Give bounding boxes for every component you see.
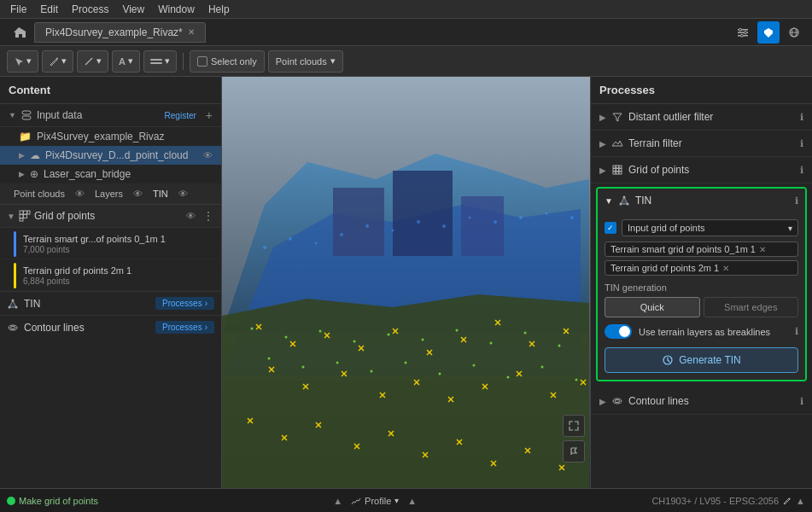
layer-name-label: Terrain grid of points 2m 1: [23, 265, 131, 276]
terrain-breaklines-toggle[interactable]: [605, 324, 632, 339]
remove-tag-icon[interactable]: ✕: [759, 245, 766, 254]
app-icon[interactable]: [757, 21, 780, 44]
svg-rect-110: [333, 188, 384, 256]
gop-eye-icon[interactable]: 👁: [186, 211, 196, 221]
svg-rect-18: [20, 215, 23, 218]
generate-icon: [662, 354, 674, 366]
close-icon[interactable]: ✕: [188, 27, 195, 37]
folder-icon: 📁: [19, 131, 32, 143]
add-input-button[interactable]: +: [206, 108, 213, 122]
svg-point-100: [268, 358, 271, 360]
3d-scene: [222, 77, 590, 488]
info-icon[interactable]: ℹ: [800, 396, 803, 407]
smart-edges-button[interactable]: Smart edges: [704, 297, 799, 317]
gop-more-icon[interactable]: ⋮: [202, 209, 214, 223]
svg-point-97: [490, 342, 493, 345]
tin-checkbox[interactable]: ✓: [605, 222, 616, 234]
elevation-icon[interactable]: ▲: [333, 496, 342, 506]
menu-file[interactable]: File: [3, 2, 33, 17]
draw-tool-btn[interactable]: ▾: [42, 50, 73, 73]
profile-button[interactable]: Profile ▾: [344, 494, 406, 508]
sidebar-item-pix4survey[interactable]: 📁 Pix4Survey_example_Rivaz: [0, 127, 221, 146]
svg-point-141: [789, 497, 791, 499]
viewport[interactable]: [222, 77, 590, 488]
menu-edit[interactable]: Edit: [33, 2, 65, 17]
tin-info-icon[interactable]: ℹ: [795, 195, 798, 207]
toolbar-separator: [183, 53, 184, 70]
info-icon[interactable]: ℹ: [800, 112, 803, 123]
info-icon[interactable]: ℹ: [800, 138, 803, 149]
svg-rect-127: [616, 166, 619, 168]
svg-point-124: [546, 212, 548, 215]
more-tool-btn[interactable]: ▾: [143, 50, 177, 73]
tab-point-clouds[interactable]: Point clouds: [7, 187, 72, 201]
process-distant-outlier[interactable]: ▶ Distant outlier filter ℹ: [591, 104, 812, 131]
collapse-right-icon[interactable]: ▲: [796, 496, 805, 506]
tin-process-header[interactable]: ▼ TIN ℹ: [598, 189, 805, 212]
home-button[interactable]: [7, 20, 31, 44]
settings-icon[interactable]: [732, 21, 754, 44]
point-clouds-dropdown[interactable]: Point clouds ▾: [268, 50, 343, 73]
line-tool-btn[interactable]: ▾: [77, 50, 108, 73]
tin-processes-button[interactable]: Processes ›: [155, 297, 214, 310]
svg-rect-20: [20, 218, 23, 221]
svg-point-114: [289, 237, 292, 241]
tab-label: Pix4Dsurvey_example_Rivaz*: [45, 26, 183, 38]
tin-gen-buttons: Quick Smart edges: [605, 297, 798, 317]
contour-processes-button[interactable]: Processes ›: [155, 321, 214, 334]
svg-point-115: [315, 242, 318, 245]
globe-icon[interactable]: [783, 21, 805, 44]
svg-point-25: [10, 326, 15, 329]
grid-of-points-header[interactable]: ▼ Grid of points 👁 ⋮: [0, 205, 221, 228]
processes-label: Processes: [162, 299, 202, 308]
menu-process[interactable]: Process: [65, 2, 115, 17]
sidebar-item-laser[interactable]: ▶ ⊕ Laser_scan_bridge: [0, 165, 221, 183]
layer-color-indicator: [14, 231, 16, 257]
register-button[interactable]: Register: [165, 111, 196, 120]
tab-layers-eye[interactable]: 👁: [133, 189, 143, 199]
expand-icon: ▶: [599, 113, 606, 122]
collapse-icon[interactable]: ▲: [407, 496, 417, 506]
toggle-info-icon[interactable]: ℹ: [795, 326, 798, 337]
process-grid-of-points[interactable]: ▶ Grid of points ℹ: [591, 157, 812, 183]
sidebar-header: Content: [0, 77, 221, 104]
tab-point-clouds-eye[interactable]: 👁: [75, 189, 85, 199]
svg-rect-15: [20, 211, 23, 214]
process-label: Distant outlier filter: [628, 111, 795, 123]
tab-main[interactable]: Pix4Dsurvey_example_Rivaz* ✕: [34, 22, 206, 43]
remove-tag-2-icon[interactable]: ✕: [722, 264, 729, 273]
quick-button[interactable]: Quick: [605, 297, 700, 317]
viewport-flag-button[interactable]: [563, 440, 585, 463]
svg-point-9: [56, 57, 58, 59]
menu-help[interactable]: Help: [202, 2, 237, 17]
contour-icon: [7, 322, 19, 334]
expand-icon: ▶: [599, 166, 606, 175]
grid-process-icon: [611, 164, 623, 176]
process-label: Grid of points: [628, 164, 795, 176]
tin-input-dropdown[interactable]: Input grid of points ▾: [622, 219, 798, 236]
layer-item-blue[interactable]: Terrain smart gr...of points 0_1m 1 7,00…: [0, 228, 221, 259]
menu-view[interactable]: View: [115, 2, 151, 17]
text-tool-btn[interactable]: A ▾: [112, 50, 140, 73]
database-icon: [20, 109, 32, 121]
process-contour-lines[interactable]: ▶ Contour lines ℹ: [591, 388, 812, 415]
make-grid-label[interactable]: Make grid of points: [19, 496, 98, 506]
select-tool-btn[interactable]: ▾: [7, 50, 38, 73]
layer-item-yellow[interactable]: Terrain grid of points 2m 1 6,884 points: [0, 259, 221, 291]
sidebar-item-point-cloud[interactable]: ▶ ☁ Pix4Dsurvey_D...d_point_cloud 👁: [0, 146, 221, 165]
input-data-header[interactable]: ▼ Input data Register +: [0, 104, 221, 127]
eye-icon[interactable]: 👁: [203, 150, 213, 160]
process-terrain-filter[interactable]: ▶ Terrain filter ℹ: [591, 131, 812, 157]
edit-coords-icon[interactable]: [782, 496, 792, 506]
generate-tin-button[interactable]: Generate TIN: [605, 347, 798, 373]
info-icon[interactable]: ℹ: [800, 165, 803, 176]
input-data-label: Input data: [37, 109, 82, 121]
expand-arrow-icon: ▶: [19, 151, 25, 160]
menu-window[interactable]: Window: [151, 2, 202, 17]
svg-line-10: [85, 58, 92, 65]
select-only-button[interactable]: Select only: [190, 50, 265, 73]
viewport-expand-button[interactable]: [563, 415, 585, 437]
tab-tin[interactable]: TIN: [146, 187, 175, 201]
tab-tin-eye[interactable]: 👁: [178, 189, 188, 199]
tab-layers[interactable]: Layers: [88, 187, 130, 201]
